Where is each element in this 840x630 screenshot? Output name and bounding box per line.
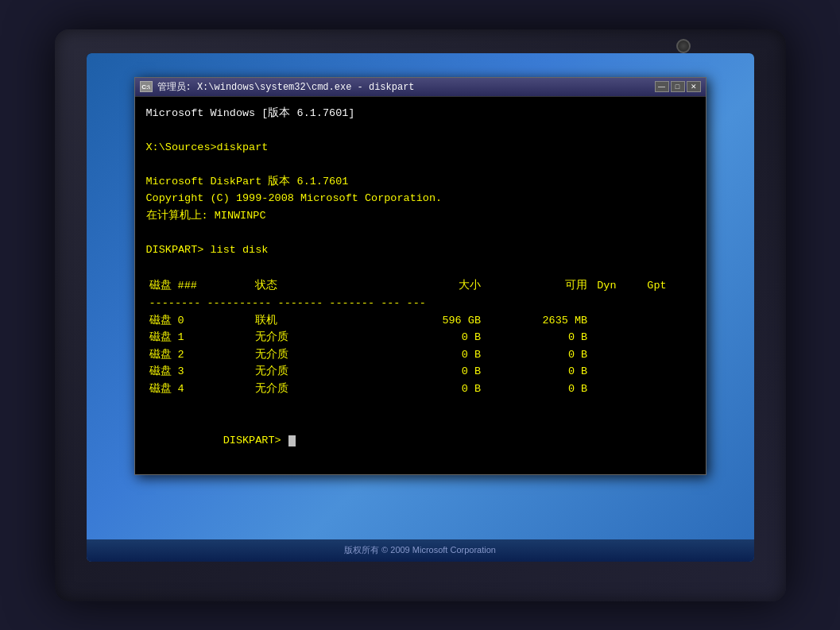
- line-diskpart-cmd: X:\Sources>diskpart: [146, 139, 695, 157]
- disk1-status: 无介质: [252, 329, 330, 346]
- disk4-gpt: [644, 381, 694, 398]
- prompt-text: DISKPART>: [223, 435, 288, 446]
- disk4-dyn: [594, 381, 644, 398]
- disk0-size: 596 GB: [393, 312, 487, 330]
- minimize-button[interactable]: —: [655, 81, 669, 92]
- col-status: 状态: [252, 277, 330, 295]
- table-row: 磁盘 0 联机 596 GB 2635 MB: [146, 312, 695, 330]
- disk2-dyn: [594, 346, 644, 364]
- disk3-num: 磁盘 3: [146, 363, 253, 381]
- cmd-icon: C:\: [140, 81, 153, 92]
- table-separator: -------- ---------- ------- ------- --- …: [146, 295, 695, 312]
- windows-background: C:\ 管理员: X:\windows\system32\cmd.exe - d…: [87, 53, 754, 562]
- line-empty-5: [146, 398, 695, 415]
- disk3-dyn: [594, 363, 644, 381]
- disk0-dyn: [594, 312, 644, 330]
- col-avail: 可用: [487, 277, 594, 295]
- status-bar-text: 版权所有 © 2009 Microsoft Corporation: [344, 544, 496, 556]
- disk2-gpt: [644, 346, 694, 364]
- table-separator-row: -------- ---------- ------- ------- --- …: [146, 295, 695, 312]
- disk0-status: 联机: [252, 312, 330, 330]
- disk1-gpt: [644, 329, 694, 346]
- disk4-num: 磁盘 4: [146, 381, 253, 398]
- disk0-gpt: [644, 312, 694, 330]
- cursor: [288, 435, 296, 446]
- disk2-avail: 0 B: [487, 346, 594, 364]
- line-windows-version: Microsoft Windows [版本 6.1.7601]: [146, 105, 695, 122]
- table-header-row: 磁盘 ### 状态 大小 可用 Dyn Gpt: [146, 277, 695, 295]
- col-gpt: Gpt: [644, 277, 694, 295]
- disk3-gpt: [644, 363, 694, 381]
- disk2-pad: [330, 346, 393, 364]
- col-pad: [330, 277, 393, 295]
- disk1-pad: [330, 329, 393, 346]
- monitor-bezel: C:\ 管理员: X:\windows\system32\cmd.exe - d…: [87, 53, 754, 562]
- titlebar-buttons: — □ ✕: [655, 81, 701, 92]
- prompt-line: DISKPART>: [146, 415, 695, 466]
- table-row: 磁盘 3 无介质 0 B 0 B: [146, 363, 695, 381]
- disk0-avail: 2635 MB: [487, 312, 594, 330]
- cmd-body: Microsoft Windows [版本 6.1.7601] X:\Sourc…: [135, 97, 706, 474]
- maximize-button[interactable]: □: [671, 81, 685, 92]
- status-bar: 版权所有 © 2009 Microsoft Corporation: [87, 539, 754, 562]
- table-row: 磁盘 4 无介质 0 B 0 B: [146, 381, 695, 398]
- disk1-avail: 0 B: [487, 329, 594, 346]
- line-empty-3: [146, 225, 695, 242]
- camera: [676, 39, 691, 53]
- table-row: 磁盘 2 无介质 0 B 0 B: [146, 346, 695, 364]
- disk4-avail: 0 B: [487, 381, 594, 398]
- line-list-disk-cmd: DISKPART> list disk: [146, 242, 695, 259]
- monitor-outer: C:\ 管理员: X:\windows\system32\cmd.exe - d…: [55, 29, 786, 601]
- line-diskpart-version: Microsoft DiskPart 版本 6.1.7601: [146, 173, 695, 191]
- disk3-size: 0 B: [393, 363, 487, 381]
- disk1-dyn: [594, 329, 644, 346]
- line-computer: 在计算机上: MINWINPC: [146, 207, 695, 225]
- cmd-titlebar: C:\ 管理员: X:\windows\system32\cmd.exe - d…: [135, 78, 706, 97]
- cmd-title: 管理员: X:\windows\system32\cmd.exe - diskp…: [157, 80, 650, 94]
- col-size: 大小: [393, 277, 487, 295]
- disk1-size: 0 B: [393, 329, 487, 346]
- disk2-size: 0 B: [393, 346, 487, 364]
- line-empty-4: [146, 259, 695, 276]
- disk4-pad: [330, 381, 393, 398]
- disk0-pad: [330, 312, 393, 330]
- disk0-num: 磁盘 0: [146, 312, 253, 330]
- disk4-status: 无介质: [252, 381, 330, 398]
- table-row: 磁盘 1 无介质 0 B 0 B: [146, 329, 695, 346]
- line-copyright: Copyright (C) 1999-2008 Microsoft Corpor…: [146, 190, 695, 207]
- disk3-status: 无介质: [252, 363, 330, 381]
- close-button[interactable]: ✕: [687, 81, 701, 92]
- disk-table: 磁盘 ### 状态 大小 可用 Dyn Gpt -------- -------…: [146, 277, 695, 397]
- disk1-num: 磁盘 1: [146, 329, 253, 346]
- col-dyn: Dyn: [594, 277, 644, 295]
- disk2-num: 磁盘 2: [146, 346, 253, 364]
- disk2-status: 无介质: [252, 346, 330, 364]
- cmd-window: C:\ 管理员: X:\windows\system32\cmd.exe - d…: [134, 77, 706, 475]
- line-empty-1: [146, 122, 695, 139]
- disk3-avail: 0 B: [487, 363, 594, 381]
- disk4-size: 0 B: [393, 381, 487, 398]
- col-disk: 磁盘 ###: [146, 277, 253, 295]
- disk3-pad: [330, 363, 393, 381]
- line-empty-2: [146, 156, 695, 173]
